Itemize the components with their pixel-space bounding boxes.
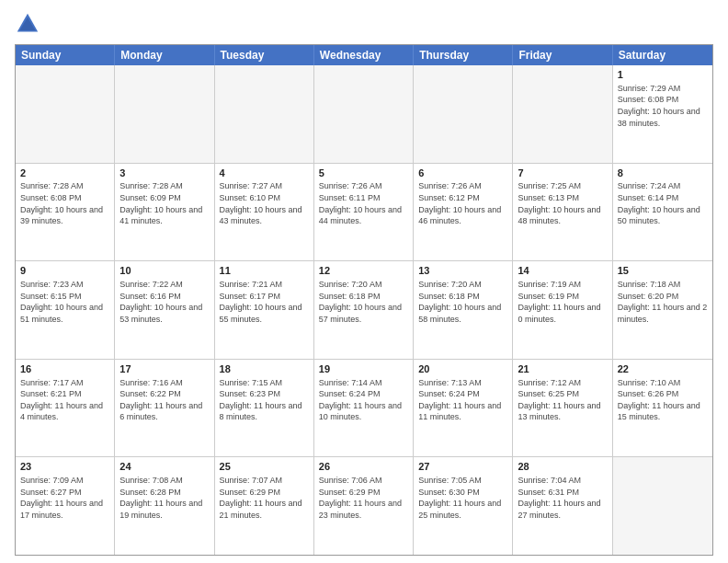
day-info: Sunrise: 7:04 AM Sunset: 6:31 PM Dayligh… <box>518 475 607 521</box>
empty-cell <box>16 65 115 163</box>
day-number: 13 <box>418 264 507 278</box>
day-cell-20: 20Sunrise: 7:13 AM Sunset: 6:24 PM Dayli… <box>414 360 513 457</box>
day-cell-16: 16Sunrise: 7:17 AM Sunset: 6:21 PM Dayli… <box>16 360 115 457</box>
empty-cell <box>613 457 712 555</box>
day-number: 18 <box>220 362 309 376</box>
day-info: Sunrise: 7:12 AM Sunset: 6:25 PM Dayligh… <box>518 377 607 423</box>
day-number: 19 <box>319 362 408 376</box>
day-cell-27: 27Sunrise: 7:05 AM Sunset: 6:30 PM Dayli… <box>414 457 513 555</box>
day-cell-21: 21Sunrise: 7:12 AM Sunset: 6:25 PM Dayli… <box>513 360 612 457</box>
day-number: 17 <box>119 362 209 376</box>
day-info: Sunrise: 7:13 AM Sunset: 6:24 PM Dayligh… <box>418 377 507 423</box>
day-info: Sunrise: 7:20 AM Sunset: 6:18 PM Dayligh… <box>418 279 507 325</box>
day-number: 12 <box>319 264 408 278</box>
empty-cell <box>414 65 513 163</box>
day-cell-19: 19Sunrise: 7:14 AM Sunset: 6:24 PM Dayli… <box>314 360 414 457</box>
day-cell-25: 25Sunrise: 7:07 AM Sunset: 6:29 PM Dayli… <box>215 457 314 555</box>
header <box>15 11 713 37</box>
day-info: Sunrise: 7:15 AM Sunset: 6:23 PM Dayligh… <box>220 377 309 423</box>
day-number: 26 <box>319 460 408 474</box>
day-info: Sunrise: 7:14 AM Sunset: 6:24 PM Dayligh… <box>319 377 408 423</box>
header-cell-saturday: Saturday <box>613 45 712 65</box>
day-number: 25 <box>220 460 309 474</box>
day-number: 14 <box>518 264 607 278</box>
day-cell-15: 15Sunrise: 7:18 AM Sunset: 6:20 PM Dayli… <box>613 261 712 359</box>
day-cell-10: 10Sunrise: 7:22 AM Sunset: 6:16 PM Dayli… <box>115 261 214 359</box>
day-number: 15 <box>618 264 708 278</box>
day-number: 20 <box>418 362 507 376</box>
day-info: Sunrise: 7:23 AM Sunset: 6:15 PM Dayligh… <box>20 279 109 325</box>
logo-icon <box>15 11 40 37</box>
day-info: Sunrise: 7:09 AM Sunset: 6:27 PM Dayligh… <box>20 475 109 521</box>
day-cell-5: 5Sunrise: 7:26 AM Sunset: 6:11 PM Daylig… <box>314 164 414 261</box>
day-info: Sunrise: 7:26 AM Sunset: 6:11 PM Dayligh… <box>319 180 408 226</box>
day-info: Sunrise: 7:17 AM Sunset: 6:21 PM Dayligh… <box>20 377 109 423</box>
day-info: Sunrise: 7:10 AM Sunset: 6:26 PM Dayligh… <box>618 377 708 423</box>
day-info: Sunrise: 7:21 AM Sunset: 6:17 PM Dayligh… <box>220 279 309 325</box>
day-cell-28: 28Sunrise: 7:04 AM Sunset: 6:31 PM Dayli… <box>513 457 612 555</box>
day-info: Sunrise: 7:20 AM Sunset: 6:18 PM Dayligh… <box>319 279 408 325</box>
day-number: 27 <box>418 460 507 474</box>
day-info: Sunrise: 7:05 AM Sunset: 6:30 PM Dayligh… <box>418 475 507 521</box>
day-number: 3 <box>119 167 209 180</box>
day-number: 2 <box>20 167 109 180</box>
day-number: 24 <box>119 460 209 474</box>
empty-cell <box>115 65 214 163</box>
day-number: 21 <box>518 362 607 376</box>
day-number: 10 <box>119 264 209 278</box>
day-number: 7 <box>518 167 607 180</box>
day-info: Sunrise: 7:26 AM Sunset: 6:12 PM Dayligh… <box>418 180 507 226</box>
calendar: SundayMondayTuesdayWednesdayThursdayFrid… <box>15 44 713 556</box>
empty-cell <box>513 65 612 163</box>
day-cell-4: 4Sunrise: 7:27 AM Sunset: 6:10 PM Daylig… <box>215 164 314 261</box>
day-info: Sunrise: 7:24 AM Sunset: 6:14 PM Dayligh… <box>618 180 708 226</box>
day-info: Sunrise: 7:08 AM Sunset: 6:28 PM Dayligh… <box>119 475 209 521</box>
day-cell-17: 17Sunrise: 7:16 AM Sunset: 6:22 PM Dayli… <box>115 360 214 457</box>
day-info: Sunrise: 7:06 AM Sunset: 6:29 PM Dayligh… <box>319 475 408 521</box>
day-info: Sunrise: 7:28 AM Sunset: 6:09 PM Dayligh… <box>119 180 209 226</box>
day-cell-22: 22Sunrise: 7:10 AM Sunset: 6:26 PM Dayli… <box>613 360 712 457</box>
day-cell-13: 13Sunrise: 7:20 AM Sunset: 6:18 PM Dayli… <box>414 261 513 359</box>
day-info: Sunrise: 7:28 AM Sunset: 6:08 PM Dayligh… <box>20 180 109 226</box>
header-cell-tuesday: Tuesday <box>215 45 314 65</box>
day-number: 16 <box>20 362 109 376</box>
calendar-row-1: 2Sunrise: 7:28 AM Sunset: 6:08 PM Daylig… <box>16 163 712 261</box>
day-cell-2: 2Sunrise: 7:28 AM Sunset: 6:08 PM Daylig… <box>16 164 115 261</box>
day-cell-6: 6Sunrise: 7:26 AM Sunset: 6:12 PM Daylig… <box>414 164 513 261</box>
day-cell-23: 23Sunrise: 7:09 AM Sunset: 6:27 PM Dayli… <box>16 457 115 555</box>
calendar-row-2: 9Sunrise: 7:23 AM Sunset: 6:15 PM Daylig… <box>16 260 712 359</box>
header-cell-thursday: Thursday <box>414 45 513 65</box>
header-cell-sunday: Sunday <box>16 45 115 65</box>
day-info: Sunrise: 7:27 AM Sunset: 6:10 PM Dayligh… <box>220 180 309 226</box>
day-cell-12: 12Sunrise: 7:20 AM Sunset: 6:18 PM Dayli… <box>314 261 414 359</box>
day-info: Sunrise: 7:22 AM Sunset: 6:16 PM Dayligh… <box>119 279 209 325</box>
day-cell-7: 7Sunrise: 7:25 AM Sunset: 6:13 PM Daylig… <box>513 164 612 261</box>
page: SundayMondayTuesdayWednesdayThursdayFrid… <box>0 0 728 563</box>
day-info: Sunrise: 7:19 AM Sunset: 6:19 PM Dayligh… <box>518 279 607 325</box>
day-info: Sunrise: 7:07 AM Sunset: 6:29 PM Dayligh… <box>220 475 309 521</box>
calendar-body: 1Sunrise: 7:29 AM Sunset: 6:08 PM Daylig… <box>16 65 712 555</box>
day-number: 28 <box>518 460 607 474</box>
logo <box>15 11 44 37</box>
empty-cell <box>314 65 414 163</box>
calendar-header: SundayMondayTuesdayWednesdayThursdayFrid… <box>16 45 712 65</box>
day-cell-24: 24Sunrise: 7:08 AM Sunset: 6:28 PM Dayli… <box>115 457 214 555</box>
header-cell-wednesday: Wednesday <box>314 45 414 65</box>
day-number: 1 <box>618 68 708 82</box>
day-cell-3: 3Sunrise: 7:28 AM Sunset: 6:09 PM Daylig… <box>115 164 214 261</box>
calendar-row-0: 1Sunrise: 7:29 AM Sunset: 6:08 PM Daylig… <box>16 65 712 163</box>
day-cell-11: 11Sunrise: 7:21 AM Sunset: 6:17 PM Dayli… <box>215 261 314 359</box>
day-number: 11 <box>220 264 309 278</box>
day-number: 22 <box>618 362 708 376</box>
day-info: Sunrise: 7:18 AM Sunset: 6:20 PM Dayligh… <box>618 279 708 325</box>
day-cell-8: 8Sunrise: 7:24 AM Sunset: 6:14 PM Daylig… <box>613 164 712 261</box>
calendar-row-4: 23Sunrise: 7:09 AM Sunset: 6:27 PM Dayli… <box>16 456 712 555</box>
calendar-row-3: 16Sunrise: 7:17 AM Sunset: 6:21 PM Dayli… <box>16 359 712 457</box>
day-cell-14: 14Sunrise: 7:19 AM Sunset: 6:19 PM Dayli… <box>513 261 612 359</box>
header-cell-monday: Monday <box>115 45 214 65</box>
day-cell-1: 1Sunrise: 7:29 AM Sunset: 6:08 PM Daylig… <box>613 65 712 163</box>
day-cell-18: 18Sunrise: 7:15 AM Sunset: 6:23 PM Dayli… <box>215 360 314 457</box>
day-number: 23 <box>20 460 109 474</box>
day-cell-9: 9Sunrise: 7:23 AM Sunset: 6:15 PM Daylig… <box>16 261 115 359</box>
day-number: 4 <box>220 167 309 180</box>
